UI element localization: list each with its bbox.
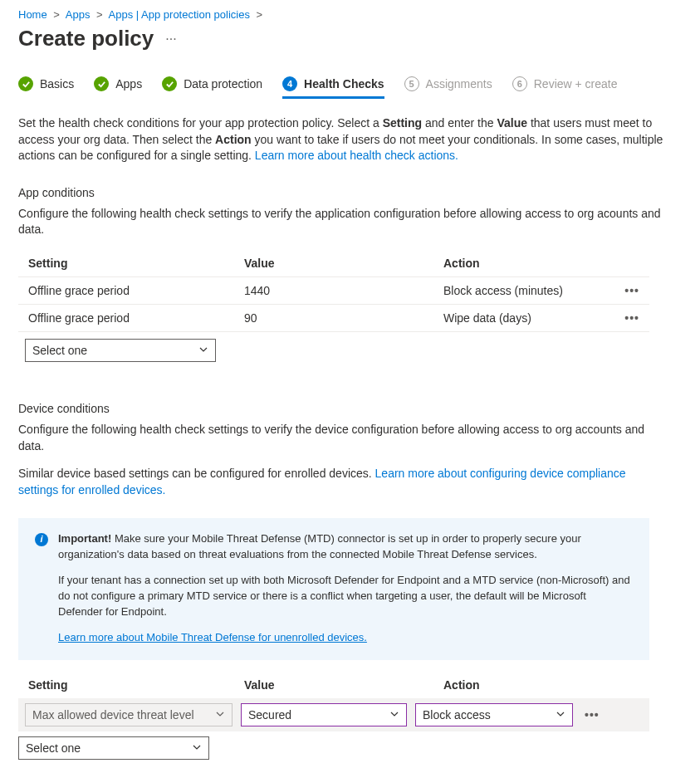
device-action-select[interactable]: Block access <box>415 703 573 726</box>
table-row: Max allowed device threat level Secured … <box>18 698 649 731</box>
row-more-icon[interactable]: ••• <box>614 276 649 304</box>
col-setting: Setting <box>18 250 234 277</box>
device-conditions-title: Device conditions <box>18 402 682 415</box>
step-number-icon: 4 <box>282 76 297 91</box>
device-value-select[interactable]: Secured <box>241 703 407 726</box>
step-label: Basics <box>40 77 74 90</box>
col-value: Value <box>234 250 433 277</box>
cell-value: 1440 <box>234 276 433 304</box>
check-icon <box>94 76 109 91</box>
table-row: Offline grace period 90 Wipe data (days)… <box>18 304 649 331</box>
page-title: Create policy <box>18 26 154 51</box>
check-icon <box>18 76 33 91</box>
col-action: Action <box>443 678 618 692</box>
cell-action: Block access (minutes) <box>433 276 614 304</box>
row-more-icon[interactable]: ••• <box>585 708 600 722</box>
breadcrumb-apps[interactable]: Apps <box>66 8 91 21</box>
app-condition-select[interactable]: Select one <box>25 339 216 362</box>
step-number-icon: 6 <box>512 76 527 91</box>
table-row: Offline grace period 1440 Block access (… <box>18 276 649 304</box>
tab-apps[interactable]: Apps <box>94 76 142 99</box>
select-value: Secured <box>248 708 291 722</box>
chevron-down-icon <box>192 741 202 755</box>
tab-health-checks[interactable]: 4 Health Checks <box>282 76 384 99</box>
select-value: Block access <box>423 708 491 722</box>
chevron-down-icon <box>198 344 208 357</box>
device-condition-select[interactable]: Select one <box>18 736 209 760</box>
more-actions-icon[interactable]: ··· <box>165 32 176 46</box>
app-conditions-table: Setting Value Action Offline grace perio… <box>18 250 649 369</box>
mtd-info-callout: i Important! Make sure your Mobile Threa… <box>18 518 649 660</box>
step-label: Health Checks <box>304 77 384 90</box>
cell-value: 90 <box>234 304 433 331</box>
tab-assignments[interactable]: 5 Assignments <box>404 76 492 99</box>
step-label: Apps <box>115 77 142 90</box>
chevron-right-icon: > <box>53 8 60 21</box>
col-value: Value <box>244 678 443 692</box>
check-icon <box>162 76 177 91</box>
device-conditions-desc: Configure the following health check set… <box>18 422 666 454</box>
tab-basics[interactable]: Basics <box>18 76 74 99</box>
chevron-right-icon: > <box>257 8 263 21</box>
intro-text: Set the health check conditions for your… <box>18 115 666 164</box>
select-value: Max allowed device threat level <box>32 708 194 722</box>
chevron-right-icon: > <box>96 8 103 21</box>
device-conditions-table: Setting Value Action Max allowed device … <box>18 678 649 760</box>
app-conditions-desc: Configure the following health check set… <box>18 206 666 238</box>
chevron-down-icon <box>389 708 399 722</box>
cell-setting: Offline grace period <box>18 276 234 304</box>
table-row: Select one <box>18 331 649 369</box>
info-icon: i <box>35 533 48 546</box>
step-label: Data protection <box>184 77 262 90</box>
col-action: Action <box>433 250 614 277</box>
wizard-stepper: Basics Apps Data protection 4 Health Che… <box>18 76 682 99</box>
select-placeholder: Select one <box>32 344 87 357</box>
chevron-down-icon <box>556 708 565 722</box>
chevron-down-icon <box>215 708 225 722</box>
learn-more-health-check-link[interactable]: Learn more about health check actions. <box>255 149 458 162</box>
learn-more-mtd-link[interactable]: Learn more about Mobile Threat Defense f… <box>58 631 367 643</box>
row-more-icon[interactable]: ••• <box>614 304 649 331</box>
app-conditions-title: App conditions <box>18 186 682 199</box>
device-setting-select[interactable]: Max allowed device threat level <box>25 703 233 726</box>
device-similar-text: Similar device based settings can be con… <box>18 466 666 498</box>
breadcrumb-home[interactable]: Home <box>18 8 47 21</box>
breadcrumb-policies[interactable]: Apps | App protection policies <box>109 8 250 21</box>
breadcrumb: Home > Apps > Apps | App protection poli… <box>18 8 682 21</box>
step-label: Assignments <box>426 77 492 90</box>
tab-data-protection[interactable]: Data protection <box>162 76 262 99</box>
tab-review-create[interactable]: 6 Review + create <box>512 76 618 99</box>
select-placeholder: Select one <box>26 741 81 755</box>
cell-setting: Offline grace period <box>18 304 234 331</box>
cell-action: Wipe data (days) <box>433 304 614 331</box>
col-setting: Setting <box>28 678 244 692</box>
step-number-icon: 5 <box>404 76 419 91</box>
step-label: Review + create <box>534 77 618 90</box>
